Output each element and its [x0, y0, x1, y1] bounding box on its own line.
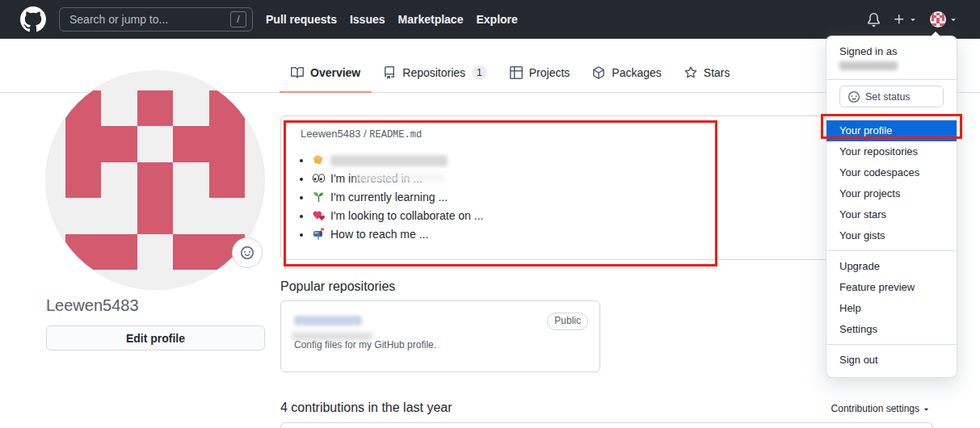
menu-item-your-projects[interactable]: Your projects	[826, 183, 957, 204]
set-status-button[interactable]: Set status	[839, 86, 944, 107]
contributions-heading: 4 contributions in the last year	[280, 401, 452, 415]
hearts-emoji-icon	[312, 208, 326, 222]
repo-card: Public Config files for my GitHub profil…	[280, 300, 600, 372]
tab-label: Repositories	[402, 66, 465, 79]
top-navbar: / Pull requests Issues Marketplace Explo…	[0, 0, 980, 39]
repo-name-link-blurred[interactable]	[294, 316, 362, 325]
tab-label: Packages	[612, 66, 661, 79]
readme-header: Leewen5483 / README.md	[301, 128, 913, 141]
menu-item-your-repositories[interactable]: Your repositories	[826, 141, 957, 162]
blurred-username	[839, 61, 898, 70]
nav-link-explore[interactable]: Explore	[476, 13, 517, 26]
set-status-badge[interactable]	[232, 237, 263, 268]
menu-item-settings[interactable]: Settings	[826, 319, 957, 340]
nav-link-issues[interactable]: Issues	[350, 13, 385, 26]
menu-item-your-profile[interactable]: Your profile	[826, 120, 957, 141]
readme-bullet: I'm looking to collaborate on ...	[312, 207, 913, 225]
contribution-settings-button[interactable]: Contribution settings	[831, 403, 931, 414]
readme-bullet-text: I'm looking to collaborate on ...	[330, 209, 483, 222]
readme-bullet: How to reach me ...	[312, 225, 913, 244]
readme-bullet-list: I'm interested in ... I'm currently lear…	[312, 151, 913, 244]
seedling-emoji-icon	[312, 190, 326, 204]
menu-item-your-codespaces[interactable]: Your codespaces	[826, 162, 957, 183]
set-status-wrap: Set status	[826, 85, 957, 111]
github-logo-icon[interactable]	[20, 6, 46, 32]
menu-item-your-stars[interactable]: Your stars	[826, 204, 957, 225]
blurred-text	[330, 155, 448, 166]
navbar-right	[867, 11, 958, 27]
tab-projects[interactable]: Projects	[498, 54, 582, 93]
plus-icon	[893, 13, 906, 26]
menu-divider	[826, 344, 957, 345]
notifications-button[interactable]	[867, 13, 881, 27]
wave-emoji-icon	[312, 153, 326, 166]
menu-item-your-gists[interactable]: Your gists	[826, 225, 957, 246]
tab-label: Stars	[704, 66, 730, 79]
nav-link-marketplace[interactable]: Marketplace	[398, 13, 464, 26]
readme-bullet-text: How to reach me ...	[330, 228, 428, 241]
tab-repositories[interactable]: Repositories 1	[372, 54, 498, 93]
user-dropdown-menu: Signed in as Set status Your profile You…	[826, 36, 957, 378]
repo-description: Config files for my GitHub profile.	[294, 338, 587, 351]
readme-user-link[interactable]: Leewen5483	[301, 128, 360, 140]
eyes-emoji-icon	[312, 171, 326, 185]
chevron-down-icon	[948, 15, 958, 24]
menu-item-upgrade[interactable]: Upgrade	[826, 256, 957, 277]
menu-divider	[826, 115, 957, 115]
tab-stars[interactable]: Stars	[673, 54, 742, 93]
navbar-links: Pull requests Issues Marketplace Explore	[266, 13, 518, 26]
search-input[interactable]	[69, 13, 230, 26]
signed-in-as[interactable]: Signed in as	[826, 43, 957, 75]
bell-icon	[867, 13, 881, 27]
smiley-icon	[848, 91, 860, 103]
profile-username: Leewen5483	[46, 296, 139, 315]
tab-overview[interactable]: Overview	[280, 54, 372, 93]
smiley-icon	[241, 246, 254, 259]
create-new-button[interactable]	[893, 13, 918, 26]
menu-divider	[826, 250, 957, 251]
readme-bullet: I'm currently learning ...	[312, 188, 913, 207]
profile-avatar-wrap	[46, 71, 264, 289]
popular-repositories-heading: Popular repositories	[280, 279, 395, 294]
menu-item-help[interactable]: Help	[826, 298, 957, 319]
menu-item-feature-preview[interactable]: Feature preview	[826, 277, 957, 298]
menu-item-sign-out[interactable]: Sign out	[826, 350, 957, 371]
search-box: /	[59, 7, 253, 31]
tab-label: Overview	[310, 66, 360, 79]
menu-divider	[826, 79, 957, 80]
book-icon	[291, 66, 304, 79]
tab-label: Projects	[529, 66, 570, 79]
triangle-down-icon	[922, 405, 931, 413]
slash-shortcut-key: /	[230, 11, 246, 27]
project-icon	[510, 66, 523, 79]
blur-patch	[292, 333, 372, 340]
repo-icon	[383, 66, 396, 79]
repo-visibility-badge: Public	[547, 313, 588, 330]
nav-link-pull-requests[interactable]: Pull requests	[266, 13, 337, 26]
repo-count-badge: 1	[472, 65, 487, 80]
readme-separator: /	[360, 128, 369, 140]
readme-bullet: I'm interested in ...	[312, 170, 913, 188]
readme-bullet-text: I'm currently learning ...	[330, 191, 448, 204]
edit-profile-button[interactable]: Edit profile	[46, 325, 265, 350]
contribution-graph-box	[280, 422, 933, 428]
tab-packages[interactable]: Packages	[581, 54, 672, 93]
readme-bullet	[312, 151, 913, 170]
star-icon	[684, 66, 697, 79]
chevron-down-icon	[908, 15, 918, 24]
readme-file-link[interactable]: README.md	[369, 129, 422, 141]
blur-patch	[355, 174, 444, 183]
mailbox-emoji-icon	[312, 227, 326, 241]
package-icon	[592, 66, 605, 79]
profile-avatar[interactable]	[46, 71, 264, 289]
